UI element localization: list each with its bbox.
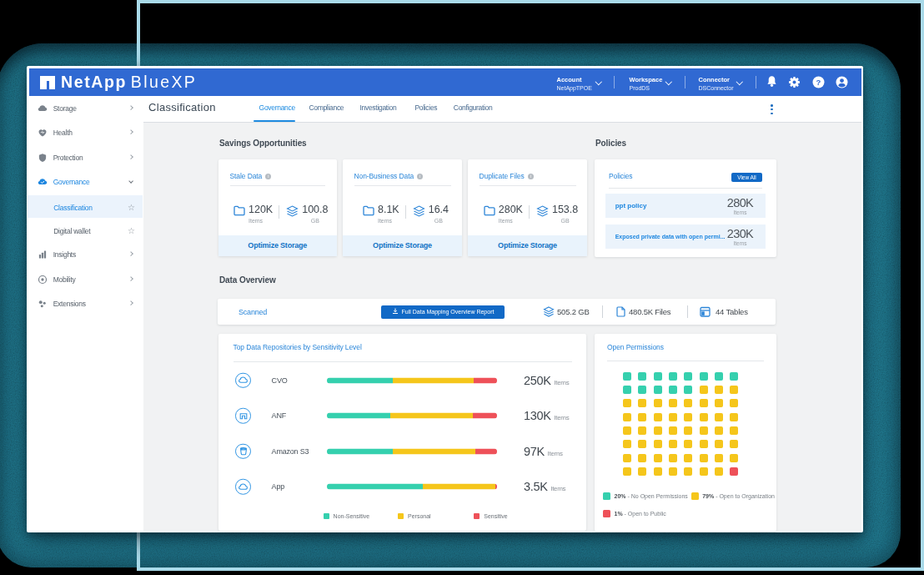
svg-text:?: ? bbox=[816, 78, 821, 87]
